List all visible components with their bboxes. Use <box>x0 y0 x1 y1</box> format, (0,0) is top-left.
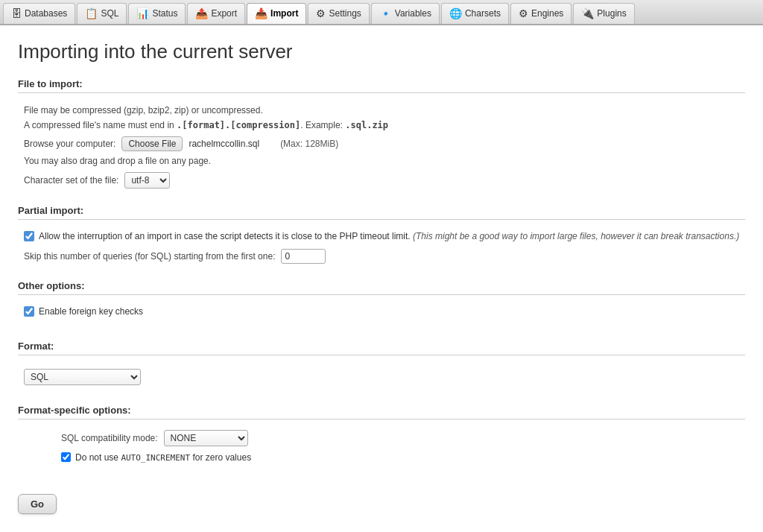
auto-incr-prefix: Do not use <box>75 452 121 463</box>
allow-interrupt-text: Allow the interruption of an import in c… <box>39 231 411 241</box>
databases-icon: 🗄 <box>11 7 22 19</box>
partial-import-content: Allow the interruption of an import in c… <box>18 227 745 267</box>
partial-import-header: Partial import: <box>18 205 745 220</box>
tab-plugins-label: Plugins <box>597 8 626 19</box>
format-specific-content: SQL compatibility mode: NONE ANSI DB2 MA… <box>18 427 745 466</box>
tab-status[interactable]: 📊 Status <box>128 3 186 24</box>
file-to-import-header: File to import: <box>18 78 745 93</box>
auto-incr-suffix: for zero values <box>190 452 251 463</box>
tab-export-label: Export <box>211 8 237 19</box>
tab-databases-label: Databases <box>25 8 67 19</box>
allow-interrupt-note: (This might be a good way to import larg… <box>413 231 739 241</box>
tab-import-label: Import <box>270 8 298 19</box>
plugins-icon: 🔌 <box>581 7 594 19</box>
format-content: SQL CSV CSV using LOAD DATA ODS ESRI Sha… <box>18 363 745 391</box>
file-to-import-content: File may be compressed (gzip, bzip2, zip… <box>18 101 745 191</box>
format-select-row: SQL CSV CSV using LOAD DATA ODS ESRI Sha… <box>24 369 745 385</box>
page-title: Importing into the current server <box>18 40 745 63</box>
foreign-key-label: Enable foreign key checks <box>39 305 143 318</box>
file-compress-info: File may be compressed (gzip, bzip2, zip… <box>24 104 745 117</box>
navigation-tabs: 🗄 Databases 📋 SQL 📊 Status 📤 Export 📥 Im… <box>0 0 763 25</box>
section-file-to-import: File to import: File may be compressed (… <box>18 78 745 191</box>
tab-variables[interactable]: 🔹 Variables <box>371 3 440 24</box>
sql-icon: 📋 <box>85 7 98 19</box>
charset-row: Character set of the file: utf-8 utf-16 … <box>24 172 745 189</box>
section-other-options: Other options: Enable foreign key checks <box>18 280 745 327</box>
skip-queries-input[interactable] <box>281 249 326 264</box>
format-prefix: A compressed file's name must end in <box>24 120 177 130</box>
tab-plugins[interactable]: 🔌 Plugins <box>573 3 634 24</box>
max-size-label: (Max: 128MiB) <box>280 139 338 149</box>
tab-variables-label: Variables <box>395 8 431 19</box>
allow-interrupt-checkbox[interactable] <box>24 231 34 241</box>
browse-label: Browse your computer: <box>24 139 115 149</box>
compat-row: SQL compatibility mode: NONE ANSI DB2 MA… <box>24 430 745 446</box>
engines-icon: ⚙ <box>519 7 528 19</box>
auto-incr-code: AUTO_INCREMENT <box>121 453 190 463</box>
tab-settings-label: Settings <box>329 8 361 19</box>
drag-drop-text: You may also drag and drop a file on any… <box>24 156 745 166</box>
charsets-icon: 🌐 <box>449 7 462 19</box>
main-content: Importing into the current server File t… <box>0 25 763 532</box>
format-select[interactable]: SQL CSV CSV using LOAD DATA ODS ESRI Sha… <box>24 369 141 385</box>
section-partial-import: Partial import: Allow the interruption o… <box>18 205 745 267</box>
status-icon: 📊 <box>136 7 149 19</box>
auto-increment-row: Do not use AUTO_INCREMENT for zero value… <box>24 452 745 463</box>
auto-increment-checkbox[interactable] <box>61 452 71 462</box>
tab-status-label: Status <box>152 8 177 19</box>
tab-charsets-label: Charsets <box>465 8 501 19</box>
tab-engines[interactable]: ⚙ Engines <box>510 3 572 24</box>
format-code: .[format].[compression] <box>177 120 300 130</box>
other-options-header: Other options: <box>18 280 745 295</box>
charset-label: Character set of the file: <box>24 175 118 186</box>
charset-select[interactable]: utf-8 utf-16 latin1 ascii big5 <box>124 172 170 189</box>
tab-charsets[interactable]: 🌐 Charsets <box>441 3 509 24</box>
selected-filename: rachelmccollin.sql <box>189 139 259 149</box>
section-format-specific: Format-specific options: SQL compatibili… <box>18 405 745 466</box>
allow-interrupt-label: Allow the interruption of an import in c… <box>39 230 739 243</box>
format-specific-header: Format-specific options: <box>18 405 745 419</box>
auto-increment-label: Do not use AUTO_INCREMENT for zero value… <box>75 452 251 463</box>
export-icon: 📤 <box>195 7 208 19</box>
foreign-key-row: Enable foreign key checks <box>24 305 745 318</box>
browse-row: Browse your computer: Choose File rachel… <box>24 136 745 151</box>
other-options-content: Enable foreign key checks <box>18 303 745 327</box>
choose-file-button[interactable]: Choose File <box>121 136 183 151</box>
format-example: .sql.zip <box>345 120 388 130</box>
tab-sql-label: SQL <box>101 8 118 19</box>
settings-icon: ⚙ <box>316 7 326 19</box>
skip-row: Skip this number of queries (for SQL) st… <box>24 249 745 264</box>
skip-label: Skip this number of queries (for SQL) st… <box>24 251 275 262</box>
allow-interrupt-row: Allow the interruption of an import in c… <box>24 230 745 243</box>
section-format: Format: SQL CSV CSV using LOAD DATA ODS … <box>18 341 745 391</box>
format-header: Format: <box>18 341 745 355</box>
file-format-info: A compressed file's name must end in .[f… <box>24 118 745 132</box>
compat-label: SQL compatibility mode: <box>61 433 158 443</box>
tab-settings[interactable]: ⚙ Settings <box>308 3 369 24</box>
tab-databases[interactable]: 🗄 Databases <box>3 3 75 24</box>
tab-sql[interactable]: 📋 SQL <box>77 3 127 24</box>
foreign-key-checkbox[interactable] <box>24 306 34 317</box>
go-button[interactable]: Go <box>18 494 57 514</box>
tab-export[interactable]: 📤 Export <box>187 3 245 24</box>
format-suffix: . Example: <box>300 120 345 130</box>
variables-icon: 🔹 <box>379 7 392 19</box>
tab-engines-label: Engines <box>531 8 563 19</box>
tab-import[interactable]: 📥 Import <box>247 3 306 24</box>
compat-select[interactable]: NONE ANSI DB2 MAXDB MYSQL323 MYSQL40 MSS… <box>164 430 248 446</box>
import-icon: 📥 <box>255 7 267 19</box>
